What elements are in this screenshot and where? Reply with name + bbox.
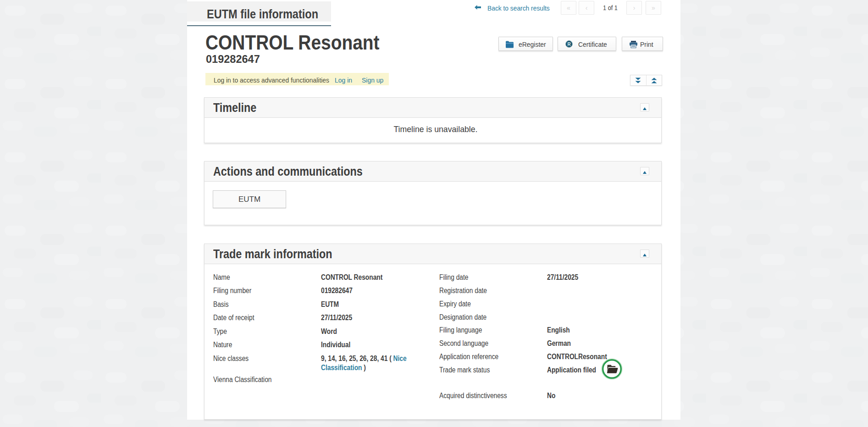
- svg-text:R: R: [567, 42, 571, 47]
